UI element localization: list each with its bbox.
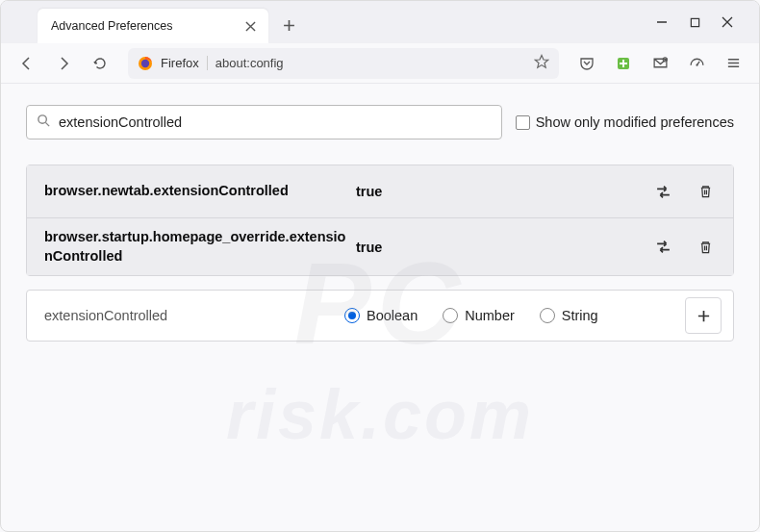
svg-point-2	[141, 59, 149, 66]
radio-string[interactable]: String	[540, 308, 598, 323]
show-modified-label: Show only modified preferences	[536, 114, 734, 130]
url-text: about:config	[215, 56, 526, 70]
svg-rect-0	[691, 18, 698, 26]
bookmark-star-icon[interactable]	[534, 54, 549, 73]
window-controls	[630, 1, 759, 43]
radio-label: Number	[465, 308, 515, 323]
pref-name: browser.startup.homepage_override.extens…	[38, 228, 346, 266]
minimize-button[interactable]	[655, 15, 669, 29]
show-modified-checkbox[interactable]: Show only modified preferences	[516, 114, 734, 130]
toggle-button[interactable]	[646, 175, 679, 208]
tab-title: Advanced Preferences	[51, 19, 234, 33]
mail-icon[interactable]	[644, 48, 676, 79]
browser-toolbar: Firefox about:config	[1, 43, 759, 84]
delete-button[interactable]	[689, 175, 722, 208]
close-window-button[interactable]	[721, 15, 734, 29]
new-tab-button[interactable]	[274, 11, 303, 39]
pref-name: browser.newtab.extensionControlled	[38, 182, 346, 201]
close-icon[interactable]	[241, 17, 259, 35]
preferences-list: browser.newtab.extensionControlled true …	[26, 165, 734, 276]
pref-value: true	[356, 184, 637, 199]
toggle-button[interactable]	[646, 231, 679, 264]
search-box[interactable]	[26, 105, 502, 139]
url-bar[interactable]: Firefox about:config	[128, 48, 559, 79]
delete-button[interactable]	[689, 231, 722, 264]
radio-icon	[344, 308, 360, 323]
radio-label: String	[562, 308, 598, 323]
radio-boolean[interactable]: Boolean	[344, 308, 418, 323]
radio-label: Boolean	[367, 308, 418, 323]
pref-row[interactable]: browser.startup.homepage_override.extens…	[27, 217, 733, 275]
checkbox-icon	[516, 115, 530, 130]
maximize-button[interactable]	[688, 15, 701, 29]
back-button[interactable]	[11, 48, 43, 79]
svg-point-6	[38, 114, 46, 122]
menu-button[interactable]	[717, 48, 749, 79]
forward-button[interactable]	[47, 48, 80, 79]
search-row: Show only modified preferences	[26, 105, 734, 139]
reload-button[interactable]	[84, 48, 116, 79]
add-pref-name: extensionControlled	[38, 308, 327, 323]
titlebar: Advanced Preferences	[1, 1, 759, 43]
pocket-icon[interactable]	[570, 48, 603, 79]
search-icon	[37, 114, 51, 132]
about-config-content: Show only modified preferences browser.n…	[1, 84, 759, 363]
svg-point-5	[696, 64, 697, 66]
firefox-icon	[138, 56, 153, 71]
dashboard-icon[interactable]	[680, 48, 713, 79]
radio-number[interactable]: Number	[443, 308, 515, 323]
radio-icon	[540, 308, 555, 323]
search-input[interactable]	[59, 114, 492, 130]
pref-value: true	[356, 240, 637, 255]
pref-row[interactable]: browser.newtab.extensionControlled true	[27, 165, 733, 217]
add-pref-panel: extensionControlled Boolean Number Strin…	[26, 290, 734, 342]
add-pref-row: extensionControlled Boolean Number Strin…	[27, 291, 733, 341]
extension-icon[interactable]	[607, 48, 640, 79]
url-identity-label: Firefox	[161, 56, 208, 70]
tabs-area: Advanced Preferences	[1, 9, 630, 43]
add-button[interactable]	[685, 297, 722, 334]
radio-icon	[443, 308, 458, 323]
active-tab[interactable]: Advanced Preferences	[38, 9, 268, 43]
watermark-text: risk.com	[226, 375, 534, 454]
type-radio-group: Boolean Number String	[344, 308, 668, 323]
